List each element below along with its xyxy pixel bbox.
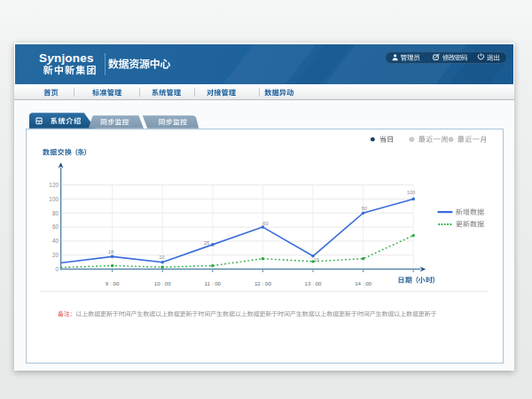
svg-text:14 : 00: 14 : 00	[355, 280, 372, 286]
svg-text:18: 18	[108, 249, 113, 254]
svg-text:80: 80	[362, 206, 367, 211]
svg-text:20: 20	[52, 252, 59, 258]
svg-text:10 : 00: 10 : 00	[154, 280, 171, 286]
svg-text:100: 100	[49, 196, 59, 202]
svg-text:10: 10	[159, 254, 164, 260]
svg-text:13 : 00: 13 : 00	[305, 280, 322, 286]
svg-text:Synjones: Synjones	[39, 51, 94, 65]
svg-text:80: 80	[52, 210, 59, 216]
svg-text:9 : 00: 9 : 00	[106, 280, 120, 286]
svg-text:11 : 00: 11 : 00	[205, 280, 222, 286]
svg-text:12 : 00: 12 : 00	[254, 280, 271, 286]
svg-text:60: 60	[52, 223, 59, 230]
svg-text:15: 15	[314, 257, 319, 262]
svg-text:60: 60	[262, 221, 268, 226]
svg-text:120: 120	[49, 182, 59, 188]
svg-text:0: 0	[55, 266, 59, 272]
svg-text:35: 35	[204, 240, 209, 246]
svg-text:100: 100	[407, 190, 416, 195]
svg-text:40: 40	[52, 238, 59, 244]
